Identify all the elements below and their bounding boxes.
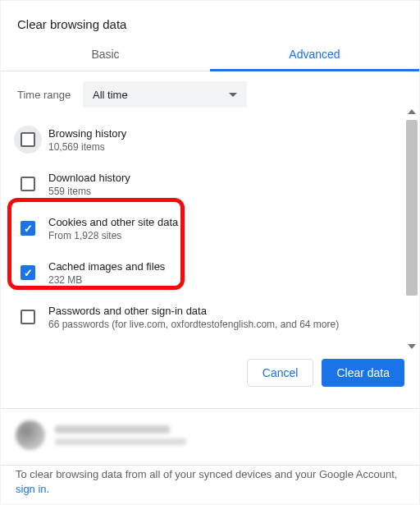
time-range-label: Time range — [17, 89, 83, 101]
account-name-blurred — [55, 425, 170, 434]
checkbox[interactable]: ✓ — [21, 265, 35, 280]
option-title: Browsing history — [48, 127, 126, 140]
option-labels: Passwords and other sign-in data 66 pass… — [48, 303, 339, 330]
checkbox-wrap — [14, 303, 42, 331]
time-range-select[interactable]: All time — [83, 81, 247, 108]
tab-advanced[interactable]: Advanced — [210, 39, 419, 71]
scroll-down-icon[interactable] — [408, 344, 416, 349]
checkbox[interactable]: ✓ — [21, 221, 35, 236]
sign-in-link[interactable]: sign in — [16, 483, 47, 495]
account-row — [1, 409, 419, 461]
dialog-title: Clear browsing data — [1, 1, 419, 39]
option-sub: 232 MB — [48, 274, 165, 286]
checkbox-wrap — [14, 170, 42, 198]
clear-data-button[interactable]: Clear data — [322, 359, 404, 387]
option-passwords[interactable]: Passwords and other sign-in data 66 pass… — [1, 295, 406, 339]
checkbox-wrap: ✓ — [14, 259, 42, 287]
checkbox[interactable] — [21, 177, 35, 191]
scrollbar[interactable] — [406, 117, 418, 341]
option-cached[interactable]: ✓ Cached images and files 232 MB — [1, 250, 406, 295]
option-labels: Browsing history 10,569 items — [48, 126, 126, 153]
cancel-button[interactable]: Cancel — [247, 359, 314, 387]
option-autofill[interactable]: Autofill form data 2 addresses, 892 othe… — [1, 339, 406, 341]
checkbox[interactable] — [21, 132, 35, 147]
options-list: Browsing history 10,569 items Download h… — [1, 117, 419, 341]
option-download-history[interactable]: Download history 559 items — [1, 162, 406, 206]
option-title: Download history — [48, 172, 130, 184]
option-sub: From 1,928 sites — [48, 230, 178, 241]
footnote-text: To clear browsing data from all of your … — [16, 468, 397, 480]
checkbox-wrap: ✓ — [14, 214, 42, 242]
footnote: To clear browsing data from all of your … — [1, 466, 419, 505]
option-title: Cached images and files — [48, 260, 165, 273]
scroll-up-icon[interactable] — [408, 109, 416, 114]
account-text — [55, 425, 186, 445]
option-sub: 10,569 items — [48, 141, 126, 153]
option-browsing-history[interactable]: Browsing history 10,569 items — [1, 117, 406, 162]
chevron-down-icon — [229, 93, 237, 97]
avatar — [16, 420, 45, 450]
tabs: Basic Advanced — [1, 39, 419, 71]
checkbox-wrap — [14, 126, 42, 154]
option-labels: Cached images and files 232 MB — [48, 259, 165, 286]
checkbox[interactable] — [21, 310, 35, 324]
time-range-row: Time range All time — [1, 71, 419, 117]
footer-buttons: Cancel Clear data — [1, 341, 419, 405]
scroll-thumb[interactable] — [406, 120, 418, 296]
account-email-blurred — [55, 438, 186, 445]
option-labels: Cookies and other site data From 1,928 s… — [48, 214, 178, 241]
option-labels: Download history 559 items — [48, 170, 130, 197]
option-title: Cookies and other site data — [48, 216, 178, 228]
option-cookies[interactable]: ✓ Cookies and other site data From 1,928… — [1, 206, 406, 250]
time-range-value: All time — [93, 89, 128, 101]
option-sub: 559 items — [48, 186, 130, 197]
tab-basic[interactable]: Basic — [1, 39, 210, 71]
option-title: Passwords and other sign-in data — [48, 305, 339, 317]
option-sub: 66 passwords (for live.com, oxfordtestof… — [48, 319, 339, 330]
